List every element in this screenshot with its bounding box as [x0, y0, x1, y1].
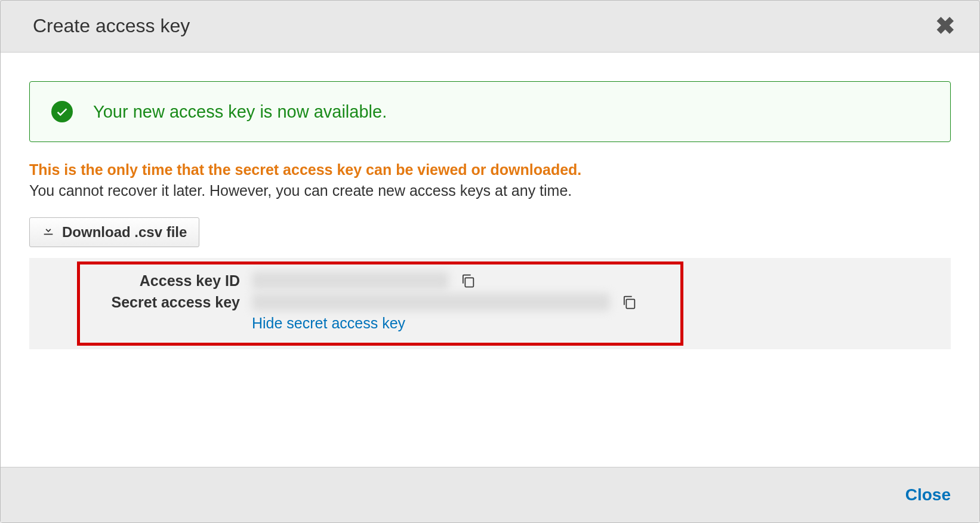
modal-body: Your new access key is now available. Th…	[1, 53, 979, 467]
copy-secret-access-key-icon[interactable]	[621, 294, 637, 310]
modal-footer: Close	[1, 467, 979, 522]
highlighted-keys-box: Access key ID Secret access key	[77, 262, 683, 346]
download-csv-button[interactable]: Download .csv file	[29, 217, 199, 247]
info-text: You cannot recover it later. However, yo…	[29, 182, 951, 199]
modal-title: Create access key	[33, 15, 190, 37]
access-key-id-label: Access key ID	[98, 272, 252, 290]
success-banner: Your new access key is now available.	[29, 81, 951, 142]
secret-access-key-row: Secret access key	[98, 293, 662, 311]
close-icon[interactable]: ✖	[929, 14, 961, 38]
success-message: Your new access key is now available.	[93, 102, 387, 122]
success-check-icon	[51, 101, 73, 122]
close-button[interactable]: Close	[905, 485, 951, 504]
access-key-id-row: Access key ID	[98, 272, 662, 290]
warning-text: This is the only time that the secret ac…	[29, 161, 951, 179]
hide-secret-access-key-link[interactable]: Hide secret access key	[252, 315, 662, 332]
modal-header: Create access key ✖	[1, 1, 979, 53]
download-button-label: Download .csv file	[62, 224, 187, 241]
access-key-id-value-area	[252, 272, 476, 290]
access-key-id-value-blurred	[252, 272, 449, 290]
download-icon	[42, 224, 55, 241]
svg-rect-0	[465, 278, 473, 287]
secret-access-key-value-area	[252, 293, 637, 311]
secret-access-key-label: Secret access key	[98, 294, 252, 311]
key-panel: Access key ID Secret access key	[29, 258, 951, 349]
create-access-key-modal: Create access key ✖ Your new access key …	[0, 0, 980, 523]
copy-access-key-id-icon[interactable]	[460, 272, 476, 289]
secret-access-key-value-blurred	[252, 293, 610, 311]
svg-rect-1	[626, 299, 634, 308]
